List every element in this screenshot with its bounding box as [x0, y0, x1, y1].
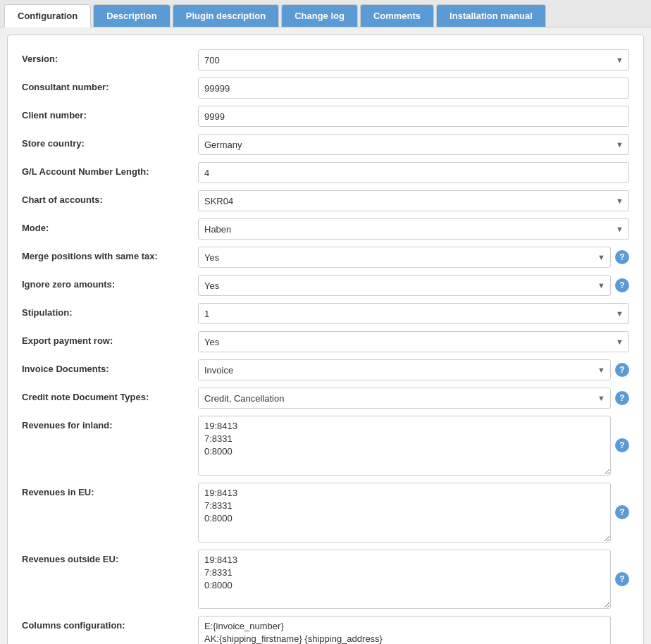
select-invoice-documents[interactable]: Invoice — [198, 359, 611, 380]
help-icon-ignore-zero-amounts[interactable]: ? — [615, 278, 629, 292]
select-version[interactable]: 700 — [198, 49, 629, 70]
label-ignore-zero-amounts: Ignore zero amounts: — [22, 275, 198, 290]
select-wrap-version: 700▼ — [198, 49, 629, 70]
label-mode: Mode: — [22, 218, 198, 233]
label-gl-account-number-length: G/L Account Number Length: — [22, 162, 198, 177]
select-wrap-credit-note-document-types: Credit, Cancellation▼ — [198, 388, 611, 409]
label-client-number: Client number: — [22, 106, 198, 120]
help-icon-credit-note-document-types[interactable]: ? — [615, 391, 629, 405]
control-wrap-ignore-zero-amounts: Yes▼? — [198, 275, 629, 296]
select-wrap-export-payment-row: Yes▼ — [198, 331, 629, 352]
control-wrap-revenues-in-eu: ? — [198, 483, 629, 543]
control-wrap-chart-of-accounts: SKR04▼ — [198, 190, 629, 211]
help-icon-invoice-documents[interactable]: ? — [615, 363, 629, 377]
label-chart-of-accounts: Chart of accounts: — [22, 190, 198, 205]
select-credit-note-document-types[interactable]: Credit, Cancellation — [198, 388, 611, 409]
select-export-payment-row[interactable]: Yes — [198, 331, 629, 352]
control-wrap-revenues-for-inland: ? — [198, 416, 629, 476]
tab-bar: ConfigurationDescriptionPlugin descripti… — [0, 0, 651, 27]
control-wrap-version: 700▼ — [198, 49, 629, 70]
select-wrap-store-country: Germany▼ — [198, 134, 629, 155]
tab-description[interactable]: Description — [93, 4, 170, 27]
form-row-credit-note-document-types: Credit note Document Types:Credit, Cance… — [22, 388, 629, 409]
control-wrap-columns-configuration: ? — [198, 616, 629, 644]
select-chart-of-accounts[interactable]: SKR04 — [198, 190, 629, 211]
label-version: Version: — [22, 49, 198, 64]
label-consultant-number: Consultant number: — [22, 78, 198, 92]
control-wrap-invoice-documents: Invoice▼? — [198, 359, 629, 380]
configuration-panel: Version:700▼Consultant number:Client num… — [7, 35, 644, 644]
help-icon-revenues-in-eu[interactable]: ? — [615, 505, 629, 519]
textarea-revenues-for-inland[interactable] — [198, 416, 611, 476]
form-row-revenues-in-eu: Revenues in EU:? — [22, 483, 629, 543]
select-wrap-ignore-zero-amounts: Yes▼ — [198, 275, 611, 296]
form-row-mode: Mode:Haben▼ — [22, 218, 629, 240]
form-row-export-payment-row: Export payment row:Yes▼ — [22, 331, 629, 352]
control-wrap-export-payment-row: Yes▼ — [198, 331, 629, 352]
form-row-revenues-outside-eu: Revenues outside EU:? — [22, 550, 629, 609]
help-icon-merge-positions[interactable]: ? — [615, 250, 629, 264]
tab-plugin-description[interactable]: Plugin description — [173, 4, 279, 27]
select-ignore-zero-amounts[interactable]: Yes — [198, 275, 611, 296]
form-row-columns-configuration: Columns configuration:? — [22, 616, 629, 644]
control-wrap-consultant-number — [198, 78, 629, 99]
select-store-country[interactable]: Germany — [198, 134, 629, 155]
textarea-revenues-outside-eu[interactable] — [198, 550, 611, 609]
label-columns-configuration: Columns configuration: — [22, 616, 198, 631]
form-row-revenues-for-inland: Revenues for inland:? — [22, 416, 629, 476]
input-client-number[interactable] — [198, 106, 629, 127]
control-wrap-client-number — [198, 106, 629, 127]
select-wrap-merge-positions: Yes▼ — [198, 247, 611, 268]
select-wrap-stipulation: 1▼ — [198, 303, 629, 324]
control-wrap-store-country: Germany▼ — [198, 134, 629, 155]
label-store-country: Store country: — [22, 134, 198, 149]
label-revenues-outside-eu: Revenues outside EU: — [22, 550, 198, 564]
label-merge-positions: Merge positions with same tax: — [22, 247, 198, 261]
control-wrap-gl-account-number-length — [198, 162, 629, 183]
tab-configuration[interactable]: Configuration — [4, 4, 91, 27]
control-wrap-stipulation: 1▼ — [198, 303, 629, 324]
select-merge-positions[interactable]: Yes — [198, 247, 611, 268]
textarea-columns-configuration[interactable] — [198, 616, 611, 644]
select-wrap-chart-of-accounts: SKR04▼ — [198, 190, 629, 211]
label-stipulation: Stipulation: — [22, 303, 198, 318]
form-row-chart-of-accounts: Chart of accounts:SKR04▼ — [22, 190, 629, 211]
label-revenues-in-eu: Revenues in EU: — [22, 483, 198, 497]
select-mode[interactable]: Haben — [198, 218, 629, 240]
control-wrap-credit-note-document-types: Credit, Cancellation▼? — [198, 388, 629, 409]
form-row-gl-account-number-length: G/L Account Number Length: — [22, 162, 629, 183]
form-row-invoice-documents: Invoice Documents:Invoice▼? — [22, 359, 629, 380]
form-row-version: Version:700▼ — [22, 49, 629, 70]
form-row-merge-positions: Merge positions with same tax:Yes▼? — [22, 247, 629, 268]
select-stipulation[interactable]: 1 — [198, 303, 629, 324]
form-row-ignore-zero-amounts: Ignore zero amounts:Yes▼? — [22, 275, 629, 296]
tab-comments[interactable]: Comments — [360, 4, 434, 27]
label-export-payment-row: Export payment row: — [22, 331, 198, 346]
label-invoice-documents: Invoice Documents: — [22, 359, 198, 374]
control-wrap-mode: Haben▼ — [198, 218, 629, 240]
form-row-consultant-number: Consultant number: — [22, 78, 629, 99]
select-wrap-mode: Haben▼ — [198, 218, 629, 240]
tab-installation-manual[interactable]: Installation manual — [436, 4, 546, 27]
control-wrap-revenues-outside-eu: ? — [198, 550, 629, 609]
help-icon-revenues-outside-eu[interactable]: ? — [615, 572, 629, 586]
textarea-revenues-in-eu[interactable] — [198, 483, 611, 543]
form-row-stipulation: Stipulation:1▼ — [22, 303, 629, 324]
form-row-client-number: Client number: — [22, 106, 629, 127]
input-consultant-number[interactable] — [198, 78, 629, 99]
form-row-store-country: Store country:Germany▼ — [22, 134, 629, 155]
help-icon-revenues-for-inland[interactable]: ? — [615, 438, 629, 452]
input-gl-account-number-length[interactable] — [198, 162, 629, 183]
select-wrap-invoice-documents: Invoice▼ — [198, 359, 611, 380]
control-wrap-merge-positions: Yes▼? — [198, 247, 629, 268]
tab-change-log[interactable]: Change log — [281, 4, 358, 27]
label-credit-note-document-types: Credit note Document Types: — [22, 388, 198, 402]
label-revenues-for-inland: Revenues for inland: — [22, 416, 198, 431]
